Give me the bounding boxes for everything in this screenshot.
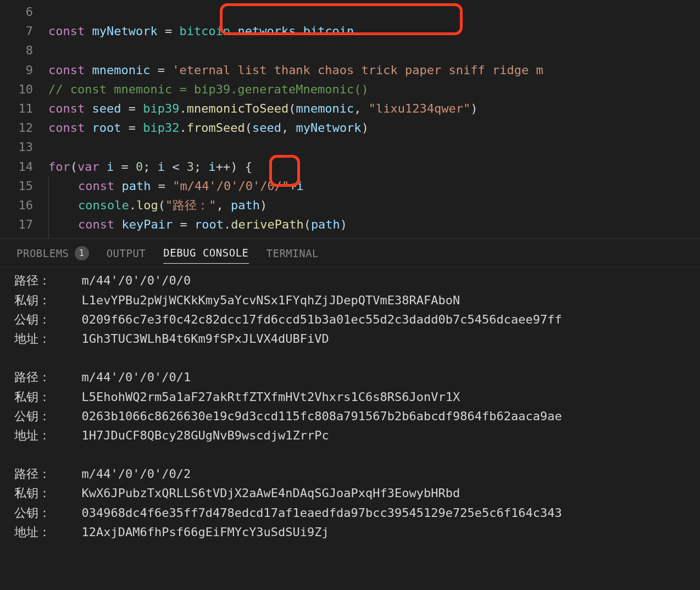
line-number: 9 [0,60,48,80]
line-number: 8 [0,41,48,60]
bottom-panel: PROBLEMS 1 OUTPUT DEBUG CONSOLE TERMINAL… [0,238,700,590]
code-line[interactable]: 13 [0,137,700,157]
line-number: 13 [0,137,48,157]
line-number: 15 [0,176,48,196]
console-line: 路径： m/44'/0'/0'/0/0 [14,271,686,290]
tab-terminal[interactable]: TERMINAL [266,245,319,264]
console-value: 0209f66c7e3f0c42c82dcc17fd6ccd51b3a01ec5… [67,310,686,329]
code-line[interactable]: 15 const path = "m/44'/0'/0'/0/"+i [0,176,700,196]
console-blank-line [14,445,686,464]
tab-output-label: OUTPUT [107,245,146,261]
console-label: 公钥： [14,503,67,522]
problems-badge: 1 [75,246,89,260]
tab-debug-console-label: DEBUG CONSOLE [163,244,248,261]
code-line[interactable]: 9const mnemonic = 'eternal list thank ch… [0,60,700,80]
debug-console-output[interactable]: 路径： m/44'/0'/0'/0/0私钥： L1evYPBu2pWjWCKkK… [0,268,700,590]
code-content[interactable]: const path = "m/44'/0'/0'/0/"+i [48,176,700,196]
tab-terminal-label: TERMINAL [266,245,319,261]
console-value: L5EhohWQ2rm5a1aF27akRtfZTXfmHVt2Vhxrs1C6… [67,387,686,407]
code-content[interactable]: // const mnemonic = bip39.generateMnemon… [48,80,700,99]
code-line[interactable]: 8 [0,41,700,60]
console-value: KwX6JPubzTxQRLLS6tVDjX2aAwE4nDAqSGJoaPxq… [67,483,686,503]
code-line[interactable]: 6 [0,2,700,21]
console-label: 私钥： [14,291,67,310]
line-number: 11 [0,99,48,118]
tab-output[interactable]: OUTPUT [107,245,146,264]
line-number: 16 [0,196,48,215]
line-number: 14 [0,157,48,176]
console-label: 公钥： [14,407,67,426]
code-content[interactable]: const root = bip32.fromSeed(seed, myNetw… [48,118,700,137]
line-number: 18 [0,234,48,238]
code-content[interactable]: const seed = bip39.mnemonicToSeed(mnemon… [48,99,700,118]
console-label: 私钥： [14,387,67,407]
console-label: 路径： [14,368,67,387]
console-label: 地址： [14,426,67,445]
code-line[interactable]: 12const root = bip32.fromSeed(seed, myNe… [0,118,700,137]
code-line[interactable]: 14for(var i = 0; i < 3; i++) { [0,157,700,176]
code-line[interactable]: 18 [0,234,700,238]
code-content[interactable]: console.log("路径：", path) [48,196,700,215]
tab-problems-label: PROBLEMS [16,245,69,261]
panel-tab-bar: PROBLEMS 1 OUTPUT DEBUG CONSOLE TERMINAL [0,239,700,268]
console-line: 私钥： L1evYPBu2pWjWCKkKmy5aYcvNSx1FYqhZjJD… [14,291,686,310]
line-number: 17 [0,215,48,234]
line-number: 12 [0,118,48,137]
code-content[interactable]: const keyPair = root.derivePath(path) [48,215,700,234]
console-line: 私钥： KwX6JPubzTxQRLLS6tVDjX2aAwE4nDAqSGJo… [14,483,686,503]
console-line: 路径： m/44'/0'/0'/0/1 [14,368,686,387]
code-content[interactable]: const myNetwork = bitcoin.networks.bitco… [48,21,700,41]
code-content[interactable]: for(var i = 0; i < 3; i++) { [48,157,700,176]
line-number: 10 [0,80,48,99]
code-line[interactable]: 17 const keyPair = root.derivePath(path) [0,215,700,234]
console-line: 路径： m/44'/0'/0'/0/2 [14,464,686,483]
console-label: 地址： [14,329,67,348]
tab-debug-console[interactable]: DEBUG CONSOLE [163,244,248,264]
console-line: 公钥： 0209f66c7e3f0c42c82dcc17fd6ccd51b3a0… [14,310,686,329]
console-line: 地址： 1Gh3TUC3WLhB4t6Km9fSPxJLVX4dUBFiVD [14,329,686,348]
console-value: 034968dc4f6e35ff7d478edcd17af1eaedfda97b… [67,503,686,522]
console-value: 12AxjDAM6fhPsf66gEiFMYcY3uSdSUi9Zj [67,522,686,542]
code-line[interactable]: 10// const mnemonic = bip39.generateMnem… [0,80,700,99]
console-line: 公钥： 0263b1066c8626630e19c9d3ccd115fc808a… [14,407,686,426]
tab-problems[interactable]: PROBLEMS 1 [16,245,89,264]
console-line: 地址： 1H7JDuCF8QBcy28GUgNvB9wscdjw1ZrrPc [14,426,686,445]
code-content[interactable] [48,234,700,238]
code-editor[interactable]: 67const myNetwork = bitcoin.networks.bit… [0,0,700,238]
line-number: 6 [0,2,48,21]
console-value: m/44'/0'/0'/0/2 [67,464,686,483]
console-label: 私钥： [14,483,67,503]
console-label: 路径： [14,464,67,483]
console-value: 1H7JDuCF8QBcy28GUgNvB9wscdjw1ZrrPc [67,426,686,445]
console-blank-line [14,348,686,368]
console-label: 路径： [14,271,67,290]
console-label: 地址： [14,522,67,542]
console-line: 公钥： 034968dc4f6e35ff7d478edcd17af1eaedfd… [14,503,686,522]
console-value: m/44'/0'/0'/0/1 [67,368,686,387]
console-value: 0263b1066c8626630e19c9d3ccd115fc808a7915… [67,407,686,426]
console-value: m/44'/0'/0'/0/0 [67,271,686,290]
code-line[interactable]: 16 console.log("路径：", path) [0,196,700,215]
line-number: 7 [0,21,48,41]
code-line[interactable]: 11const seed = bip39.mnemonicToSeed(mnem… [0,99,700,118]
console-value: 1Gh3TUC3WLhB4t6Km9fSPxJLVX4dUBFiVD [67,329,686,348]
code-line[interactable]: 7const myNetwork = bitcoin.networks.bitc… [0,21,700,41]
console-value: L1evYPBu2pWjWCKkKmy5aYcvNSx1FYqhZjJDepQT… [67,291,686,310]
console-line: 私钥： L5EhohWQ2rm5a1aF27akRtfZTXfmHVt2Vhxr… [14,387,686,407]
console-line: 地址： 12AxjDAM6fhPsf66gEiFMYcY3uSdSUi9Zj [14,522,686,542]
console-label: 公钥： [14,310,67,329]
code-content[interactable]: const mnemonic = 'eternal list thank cha… [48,60,700,80]
